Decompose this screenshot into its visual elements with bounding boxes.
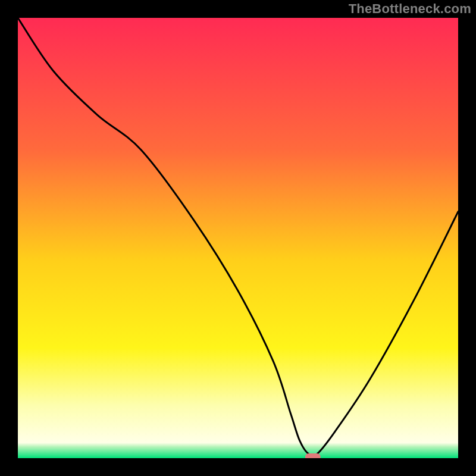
chart-svg bbox=[18, 18, 458, 458]
chart-plot-area bbox=[18, 18, 458, 458]
chart-stage: TheBottleneck.com bbox=[0, 0, 476, 476]
bottleneck-marker bbox=[305, 453, 321, 458]
watermark-text: TheBottleneck.com bbox=[349, 1, 471, 17]
chart-background bbox=[18, 18, 458, 458]
